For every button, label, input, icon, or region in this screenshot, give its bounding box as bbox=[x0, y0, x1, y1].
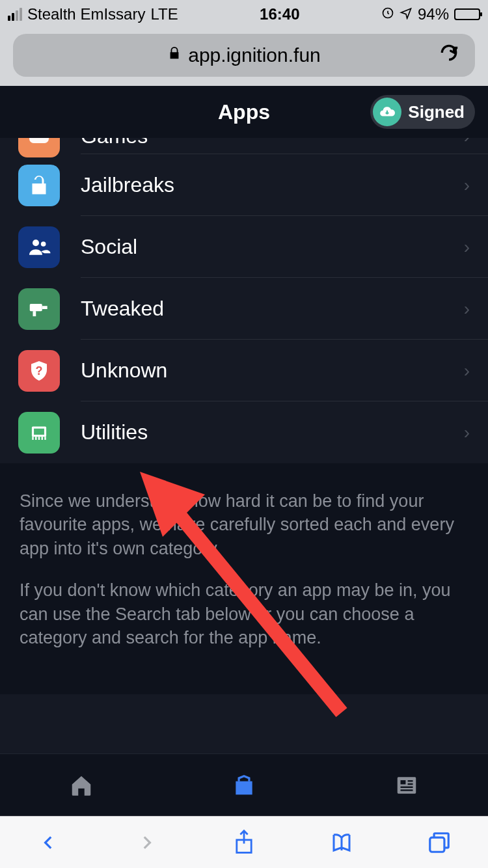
category-label: Tweaked bbox=[81, 297, 464, 321]
drill-icon bbox=[18, 288, 60, 330]
svg-rect-8 bbox=[34, 428, 44, 435]
svg-rect-19 bbox=[430, 837, 444, 852]
battery-pct: 94% bbox=[418, 5, 449, 23]
bookmarks-button[interactable] bbox=[329, 830, 355, 856]
network-type: LTE bbox=[150, 5, 178, 23]
safari-address-area: app.ignition.fun bbox=[0, 29, 488, 86]
category-row-jailbreaks[interactable]: Jailbreaks › bbox=[0, 154, 488, 216]
chevron-right-icon: › bbox=[464, 299, 470, 319]
users-icon bbox=[18, 226, 60, 268]
chevron-right-icon: › bbox=[464, 175, 470, 196]
signed-label: Signed bbox=[408, 102, 465, 122]
tab-news[interactable] bbox=[394, 773, 419, 798]
battery-icon bbox=[454, 8, 480, 20]
chevron-right-icon: › bbox=[464, 237, 470, 258]
svg-rect-13 bbox=[401, 780, 406, 784]
safari-toolbar bbox=[0, 816, 488, 868]
svg-rect-4 bbox=[42, 306, 47, 309]
chip-icon bbox=[18, 412, 60, 454]
forward-button[interactable] bbox=[133, 830, 159, 856]
category-row-tweaked[interactable]: Tweaked › bbox=[0, 278, 488, 340]
status-time: 16:40 bbox=[260, 5, 299, 23]
shield-question-icon: ? bbox=[18, 350, 60, 392]
chevron-right-icon: › bbox=[464, 360, 470, 381]
address-bar[interactable]: app.ignition.fun bbox=[13, 34, 475, 77]
back-button[interactable] bbox=[36, 830, 62, 856]
app-header: Apps Signed bbox=[0, 86, 488, 138]
footer-text-block: Since we understand how hard it can be t… bbox=[0, 463, 488, 694]
reload-button[interactable] bbox=[439, 42, 459, 68]
category-list: Games › Jailbreaks › Social › Tweaked › … bbox=[0, 138, 488, 753]
svg-rect-14 bbox=[408, 780, 413, 781]
category-label: Jailbreaks bbox=[81, 173, 464, 197]
svg-rect-5 bbox=[33, 311, 36, 316]
cloud-icon bbox=[373, 98, 401, 126]
tab-home[interactable] bbox=[69, 773, 94, 798]
svg-point-2 bbox=[41, 241, 46, 247]
chevron-right-icon: › bbox=[464, 422, 470, 443]
category-label: Unknown bbox=[81, 359, 464, 383]
app-tab-bar bbox=[0, 753, 488, 816]
category-row-games[interactable]: Games › bbox=[0, 138, 488, 154]
url-text: app.ignition.fun bbox=[188, 44, 321, 66]
tab-apps[interactable] bbox=[232, 773, 256, 798]
svg-rect-12 bbox=[398, 777, 416, 793]
svg-point-1 bbox=[33, 239, 39, 246]
svg-rect-17 bbox=[401, 789, 413, 791]
svg-rect-3 bbox=[30, 304, 42, 311]
category-row-social[interactable]: Social › bbox=[0, 216, 488, 278]
footer-paragraph-1: Since we understand how hard it can be t… bbox=[20, 489, 468, 560]
svg-text:?: ? bbox=[36, 364, 43, 377]
svg-rect-15 bbox=[408, 783, 413, 784]
location-icon bbox=[400, 5, 413, 23]
unlock-icon bbox=[18, 165, 60, 206]
share-button[interactable] bbox=[231, 830, 257, 856]
signed-badge[interactable]: Signed bbox=[370, 95, 475, 129]
category-row-utilities[interactable]: Utilities › bbox=[0, 401, 488, 463]
rotation-lock-icon bbox=[381, 5, 394, 23]
signal-icon bbox=[8, 8, 22, 21]
footer-paragraph-2: If you don't know which category an app … bbox=[20, 578, 468, 649]
category-label: Social bbox=[81, 235, 464, 259]
tabs-button[interactable] bbox=[426, 830, 452, 856]
chevron-right-icon: › bbox=[464, 138, 470, 147]
page-title: Apps bbox=[218, 100, 270, 124]
category-row-unknown[interactable]: ? Unknown › bbox=[0, 340, 488, 401]
carrier-name: Stealth EmIssary bbox=[27, 5, 145, 23]
lock-icon bbox=[167, 44, 182, 66]
category-label: Utilities bbox=[81, 420, 464, 444]
ios-status-bar: Stealth EmIssary LTE 16:40 94% bbox=[0, 0, 488, 29]
category-label: Games bbox=[81, 138, 464, 148]
svg-rect-16 bbox=[401, 786, 413, 787]
